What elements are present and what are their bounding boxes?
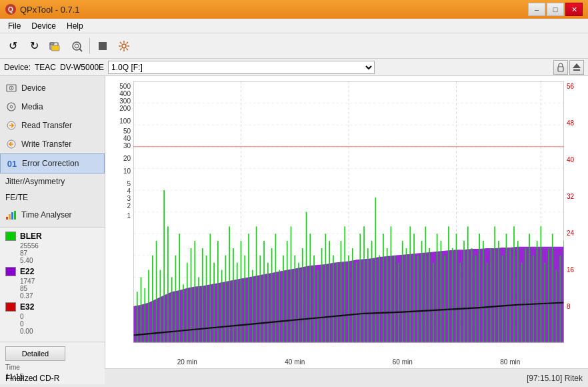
legend-e22: E22 bbox=[5, 267, 99, 276]
time-analyser-icon bbox=[5, 209, 17, 221]
svg-point-4 bbox=[75, 44, 79, 48]
sidebar-label-read-transfer: Read Transfer bbox=[21, 121, 72, 130]
sidebar-item-media[interactable]: Media bbox=[0, 97, 105, 116]
x-label-60: 60 min bbox=[393, 358, 413, 366]
bler-color bbox=[5, 232, 16, 241]
sidebar-item-error-correction[interactable]: 01 Error Correction bbox=[0, 153, 105, 173]
detailed-button[interactable]: Detailed bbox=[5, 346, 65, 361]
menu-bar: File Device Help bbox=[0, 19, 588, 33]
x-axis-labels: 20 min 40 min 60 min 80 min bbox=[105, 357, 588, 368]
sidebar-label-fete: FE/TE bbox=[5, 193, 28, 202]
title-bar: Q QPxTool - 0.7.1 – □ ✕ bbox=[0, 0, 588, 19]
svg-rect-29 bbox=[14, 211, 16, 220]
device-select[interactable]: 1.0Q [F:] bbox=[108, 61, 375, 74]
sidebar-item-jitter[interactable]: Jitter/Asymmetry bbox=[0, 173, 105, 189]
device-manufacturer: TEAC bbox=[35, 63, 56, 72]
settings-button[interactable] bbox=[114, 36, 134, 56]
status-disc-type: Finalized CD-R bbox=[5, 374, 253, 383]
svg-line-15 bbox=[120, 48, 122, 50]
sidebar: Device Media Read Transfer Write Transfe… bbox=[0, 76, 105, 227]
menu-file[interactable]: File bbox=[3, 20, 26, 32]
svg-rect-16 bbox=[558, 67, 563, 71]
device-bar: Device: TEAC DV-W5000E 1.0Q [F:] bbox=[0, 59, 588, 76]
e32-color bbox=[5, 302, 16, 312]
svg-rect-28 bbox=[11, 212, 13, 220]
e32-label: E32 bbox=[20, 302, 34, 312]
sidebar-label-write-transfer: Write Transfer bbox=[21, 139, 71, 149]
svg-point-7 bbox=[122, 44, 126, 48]
error-correction-icon: 01 bbox=[6, 157, 18, 169]
back-button[interactable]: ↺ bbox=[3, 36, 23, 56]
sidebar-item-time-analyser[interactable]: Time Analyser bbox=[0, 206, 105, 224]
sidebar-item-write-transfer[interactable]: Write Transfer bbox=[0, 135, 105, 153]
svg-line-12 bbox=[120, 42, 122, 44]
chart-canvas bbox=[133, 81, 564, 357]
e22-label: E22 bbox=[20, 267, 34, 276]
svg-line-13 bbox=[127, 48, 129, 50]
menu-help[interactable]: Help bbox=[61, 20, 89, 32]
bler-values: 25556875.40 bbox=[20, 242, 99, 264]
media-icon bbox=[5, 101, 17, 113]
svg-rect-27 bbox=[9, 214, 11, 220]
sidebar-item-read-transfer[interactable]: Read Transfer bbox=[0, 116, 105, 135]
write-transfer-icon bbox=[5, 138, 17, 150]
open-button[interactable] bbox=[45, 36, 65, 56]
svg-point-23 bbox=[10, 105, 13, 108]
svg-point-21 bbox=[11, 87, 12, 89]
menu-device[interactable]: Device bbox=[26, 20, 61, 32]
app-icon: Q bbox=[5, 4, 16, 15]
svg-line-5 bbox=[79, 49, 82, 51]
sidebar-label-error-correction: Error Correction bbox=[22, 159, 79, 168]
device-label: Device: bbox=[4, 63, 31, 72]
x-label-40: 40 min bbox=[285, 358, 305, 366]
e22-values: 1747850.37 bbox=[20, 278, 99, 300]
status-disc-info: [97:15.10] Ritek bbox=[527, 374, 583, 383]
svg-rect-6 bbox=[99, 42, 107, 50]
y-axis-right: 56 48 40 32 24 16 8 bbox=[564, 81, 588, 357]
scan-button[interactable] bbox=[67, 36, 87, 56]
chart-panel: 500 400 300 200 100 50 40 30 20 10 5 4 3… bbox=[105, 76, 588, 368]
e22-color bbox=[5, 267, 16, 276]
toolbar-separator bbox=[89, 38, 90, 54]
sidebar-label-jitter: Jitter/Asymmetry bbox=[5, 177, 65, 186]
chart-svg bbox=[133, 81, 564, 357]
toolbar: ↺ ↻ bbox=[0, 33, 588, 59]
e32-values: 000.00 bbox=[20, 313, 99, 335]
x-label-80: 80 min bbox=[500, 358, 520, 366]
svg-rect-1 bbox=[50, 43, 54, 45]
device-bar-buttons bbox=[553, 60, 584, 75]
svg-rect-2 bbox=[51, 45, 59, 51]
svg-marker-17 bbox=[573, 63, 581, 68]
y-axis-left: 500 400 300 200 100 50 40 30 20 10 5 4 3… bbox=[105, 81, 133, 357]
device-eject-button[interactable] bbox=[569, 60, 584, 75]
svg-point-22 bbox=[7, 103, 15, 111]
legend-e32: E32 bbox=[5, 302, 99, 312]
device-model: DV-W5000E bbox=[60, 63, 104, 72]
sidebar-label-media: Media bbox=[21, 102, 43, 111]
main-content: Device Media Read Transfer Write Transfe… bbox=[0, 76, 588, 368]
time-label: Time bbox=[5, 364, 99, 371]
maximize-button[interactable]: □ bbox=[547, 3, 564, 16]
x-label-20: 20 min bbox=[177, 358, 197, 366]
app-title: QPxTool - 0.7.1 bbox=[20, 5, 80, 15]
chart-area: 500 400 300 200 100 50 40 30 20 10 5 4 3… bbox=[105, 76, 588, 357]
svg-rect-18 bbox=[573, 69, 580, 71]
forward-button[interactable]: ↻ bbox=[24, 36, 44, 56]
sidebar-item-device[interactable]: Device bbox=[0, 79, 105, 97]
close-button[interactable]: ✕ bbox=[565, 3, 583, 16]
stop-button[interactable] bbox=[93, 36, 113, 56]
sidebar-label-device: Device bbox=[21, 83, 46, 93]
title-bar-left: Q QPxTool - 0.7.1 bbox=[5, 4, 80, 15]
window-controls: – □ ✕ bbox=[528, 3, 583, 16]
svg-rect-26 bbox=[6, 217, 8, 220]
read-transfer-icon bbox=[5, 119, 17, 131]
device-lock-button[interactable] bbox=[553, 60, 568, 75]
sidebar-item-fete[interactable]: FE/TE bbox=[0, 189, 105, 206]
bler-label: BLER bbox=[20, 232, 42, 241]
legend-bler: BLER bbox=[5, 232, 99, 241]
minimize-button[interactable]: – bbox=[528, 3, 545, 16]
sidebar-label-time-analyser: Time Analyser bbox=[21, 210, 72, 220]
svg-line-14 bbox=[127, 42, 129, 44]
device-icon bbox=[5, 82, 17, 94]
